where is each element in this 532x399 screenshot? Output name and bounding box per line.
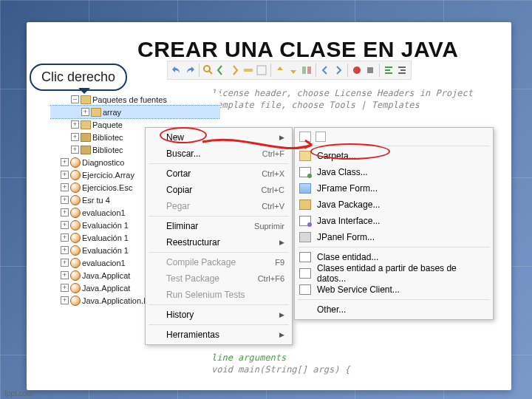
highlight-icon[interactable] xyxy=(242,64,254,76)
java-project-icon xyxy=(70,195,81,205)
tree-label: Evaluación 1 xyxy=(82,246,129,255)
icon-form-icon xyxy=(299,183,311,194)
menu-item-label: Eliminar xyxy=(166,221,198,231)
submenu-item-jpanel-form[interactable]: JPanel Form... xyxy=(295,229,493,245)
nav-forward-icon[interactable] xyxy=(332,64,344,76)
expand-icon[interactable]: + xyxy=(61,183,69,191)
svg-point-0 xyxy=(204,66,210,72)
expand-icon[interactable]: + xyxy=(81,108,89,116)
tree-label: Ejercicios.Esc xyxy=(82,183,132,192)
menu-separator xyxy=(149,324,289,325)
icon-entity-icon xyxy=(299,268,311,279)
tree-node-selected-package[interactable]: + array xyxy=(50,106,220,118)
expand-icon[interactable]: + xyxy=(61,284,69,292)
expand-icon[interactable]: + xyxy=(61,296,69,304)
menu-item-label: Reestructurar xyxy=(166,237,220,248)
prev-match-icon[interactable] xyxy=(216,64,228,76)
editor-toolbar xyxy=(167,61,412,80)
menu-shortcut: Ctrl+C xyxy=(262,185,284,194)
clear-icon[interactable] xyxy=(256,64,267,76)
java-project-icon xyxy=(70,157,81,168)
indent-icon[interactable] xyxy=(396,64,408,76)
menu-item-history[interactable]: History▶ xyxy=(146,307,292,323)
java-project-icon xyxy=(70,233,81,243)
bookmark-down-icon[interactable] xyxy=(287,64,299,76)
menu-item-label: Pegar xyxy=(166,201,190,211)
icon-entity-icon xyxy=(299,252,311,262)
submenu-item-web-service-client[interactable]: Web Service Client... xyxy=(295,282,493,298)
blank-doc-icon xyxy=(299,132,311,142)
icon-folder-icon xyxy=(299,151,311,161)
record-icon[interactable] xyxy=(351,64,363,76)
menu-item-label: Buscar... xyxy=(166,149,201,159)
java-project-icon xyxy=(70,208,81,218)
menu-item-cortar[interactable]: CortarCtrl+X xyxy=(146,166,292,182)
menu-separator xyxy=(149,163,289,164)
expand-icon[interactable]: + xyxy=(61,158,69,166)
expand-icon[interactable]: + xyxy=(61,208,69,216)
menu-shortcut: Ctrl+F xyxy=(262,149,284,158)
submenu-item-clases-entidad-a-partir-de-bases-de-datos[interactable]: Clases entidad a partir de bases de dato… xyxy=(295,265,493,282)
expand-icon[interactable]: + xyxy=(61,233,69,242)
expand-icon[interactable]: + xyxy=(61,221,69,229)
menu-item-copiar[interactable]: CopiarCtrl+C xyxy=(146,182,292,198)
expand-icon[interactable]: + xyxy=(71,120,79,129)
submenu-arrow-icon: ▶ xyxy=(279,331,284,338)
next-match-icon[interactable] xyxy=(229,64,241,76)
submenu-item-label: Carpeta... xyxy=(317,151,356,161)
java-project-icon xyxy=(70,283,81,293)
submenu-item-label: JFrame Form... xyxy=(317,183,378,194)
menu-item-reestructurar[interactable]: Reestructurar▶ xyxy=(146,234,292,250)
svg-rect-3 xyxy=(302,66,306,74)
context-menu[interactable]: New▶Buscar...Ctrl+FCortarCtrl+XCopiarCtr… xyxy=(145,127,293,345)
menu-separator xyxy=(149,252,289,253)
undo-icon[interactable] xyxy=(171,64,183,76)
menu-item-eliminar[interactable]: EliminarSuprimir xyxy=(146,218,292,234)
java-project-icon xyxy=(70,296,81,306)
find-icon[interactable] xyxy=(202,64,214,76)
submenu-arrow-icon: ▶ xyxy=(279,239,284,246)
menu-separator xyxy=(298,146,490,146)
icon-iface-icon xyxy=(299,216,311,226)
menu-item-new[interactable]: New▶ xyxy=(146,129,292,146)
submenu-item-other[interactable]: Other... xyxy=(295,301,493,318)
diff-icon[interactable] xyxy=(301,64,313,76)
expand-icon[interactable]: + xyxy=(61,196,69,204)
submenu-item-java-package[interactable]: Java Package... xyxy=(295,197,493,213)
submenu-item-label: JPanel Form... xyxy=(317,232,375,242)
expand-icon[interactable]: + xyxy=(61,259,69,267)
submenu-item-jframe-form[interactable]: JFrame Form... xyxy=(295,180,493,197)
menu-shortcut: Suprimir xyxy=(254,222,284,231)
redo-icon[interactable] xyxy=(184,64,196,76)
java-project-icon xyxy=(70,270,81,281)
submenu-item-label: Clases entidad a partir de bases de dato… xyxy=(317,263,485,284)
menu-separator xyxy=(298,299,490,300)
new-submenu[interactable]: Carpeta...Java Class...JFrame Form...Jav… xyxy=(294,127,494,320)
menu-item-herramientas[interactable]: Herramientas▶ xyxy=(146,327,292,343)
menu-separator xyxy=(149,304,289,305)
stop-icon[interactable] xyxy=(364,64,376,76)
expand-icon[interactable]: + xyxy=(61,171,69,179)
expand-icon[interactable]: + xyxy=(61,246,69,254)
tree-label: Java.Applicat xyxy=(82,284,130,293)
submenu-item-label: Java Interface... xyxy=(317,216,380,226)
menu-item-compile-package: Compile PackageF9 xyxy=(146,254,292,270)
bookmark-up-icon[interactable] xyxy=(274,64,286,76)
toolbar-separator xyxy=(347,64,348,77)
submenu-item-label: Web Service Client... xyxy=(317,284,400,295)
expand-icon[interactable]: + xyxy=(71,146,79,154)
menu-item-buscar[interactable]: Buscar...Ctrl+F xyxy=(146,146,292,162)
submenu-item-java-interface[interactable]: Java Interface... xyxy=(295,213,493,229)
menu-shortcut: Ctrl+V xyxy=(262,202,284,211)
submenu-item-carpeta[interactable]: Carpeta... xyxy=(295,148,493,164)
expand-icon[interactable]: + xyxy=(61,271,69,279)
tree-node-sources[interactable]: – Paquetes de fuentes xyxy=(50,93,220,106)
expand-icon[interactable]: + xyxy=(71,133,79,141)
footer-credit: fppt.com xyxy=(4,389,33,398)
toolbar-separator xyxy=(316,64,316,77)
tree-label: Bibliotec xyxy=(92,146,123,154)
submenu-item-java-class[interactable]: Java Class... xyxy=(295,164,493,180)
nav-back-icon[interactable] xyxy=(319,64,331,76)
submenu-item-label: Other... xyxy=(317,304,346,315)
format-icon[interactable] xyxy=(383,64,395,76)
